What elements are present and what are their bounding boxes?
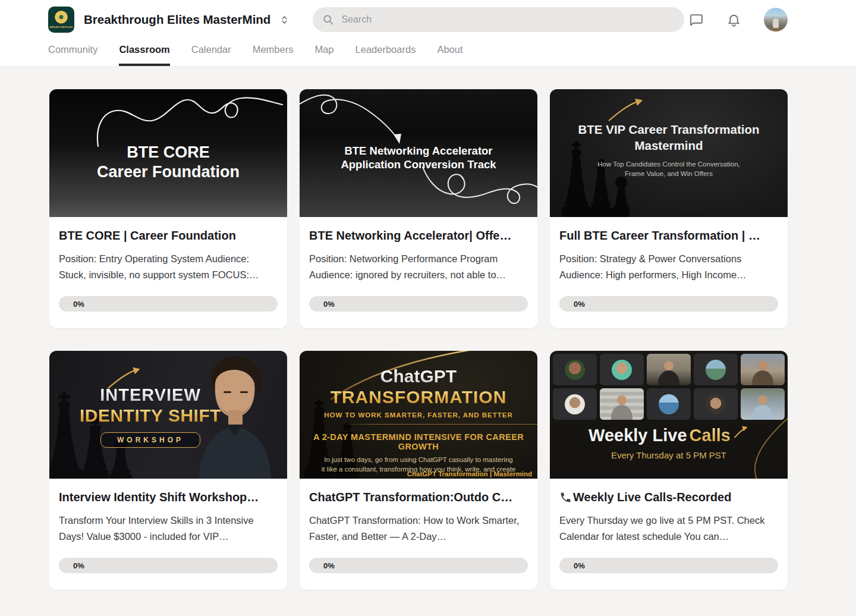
course-description: Position: Networking Performance Program… xyxy=(309,251,528,283)
gold-divider xyxy=(342,424,537,425)
thumbnail-footer: ChatGPT Transformation | Mastermind xyxy=(407,470,532,477)
community-name[interactable]: Breakthrough Elites MasterMind xyxy=(84,12,270,27)
workshop-badge: WORKSHOP xyxy=(100,432,200,448)
course-card-body: BTE CORE | Career Foundation Position: E… xyxy=(49,217,287,328)
participant-avatar xyxy=(706,360,726,380)
community-switcher-chevrons-icon[interactable] xyxy=(279,14,290,26)
course-description: Every Thursday we go live at 5 PM PST. C… xyxy=(559,513,778,545)
course-thumbnail: ChatGPT TRANSFORMATION HOW TO WORK SMART… xyxy=(300,351,537,479)
user-avatar[interactable] xyxy=(764,8,788,32)
chat-icon[interactable] xyxy=(689,12,704,27)
logo-text: BREAKTHROUGH xyxy=(49,26,73,29)
thumbnail-title: BTE Networking Accelerator Application C… xyxy=(300,144,537,171)
course-title: ChatGPT Transformation:Outdo C… xyxy=(309,489,528,505)
participant-avatar xyxy=(612,360,632,380)
participant-tile xyxy=(694,354,738,385)
participant-tile xyxy=(553,388,597,420)
course-title: BTE CORE | Career Foundation xyxy=(59,228,278,243)
course-card-weekly-live-calls[interactable]: Weekly Live Calls Every Thursday at 5 PM… xyxy=(550,351,788,590)
participant-tile xyxy=(600,388,644,420)
participant-avatar xyxy=(565,394,585,414)
progress-label: 0% xyxy=(323,300,335,309)
participant-tile xyxy=(741,388,785,420)
course-description: Position: Entry Operating System Audienc… xyxy=(59,251,278,283)
progress-bar: 0% xyxy=(559,296,778,312)
course-card-body: Weekly Live Calls-Recorded Every Thursda… xyxy=(550,479,788,590)
course-card-body: BTE Networking Accelerator| Offe… Positi… xyxy=(300,217,537,328)
progress-label: 0% xyxy=(323,561,335,570)
course-description: Position: Strategy & Power Conversations… xyxy=(559,251,778,283)
notifications-bell-icon[interactable] xyxy=(726,12,741,27)
app-header: BREAKTHROUGH Breakthrough Elites MasterM… xyxy=(0,0,856,67)
course-title: Weekly Live Calls-Recorded xyxy=(559,489,778,505)
course-thumbnail: BTE Networking Accelerator Application C… xyxy=(300,89,537,217)
search-bar[interactable] xyxy=(313,7,684,32)
tab-about[interactable]: About xyxy=(437,34,462,66)
course-description: ChatGPT Transformation: How to Work Smar… xyxy=(309,513,528,545)
video-call-grid xyxy=(553,354,785,420)
tab-leaderboards[interactable]: Leaderboards xyxy=(355,34,416,66)
course-card-body: Full BTE Career Transformation | … Posit… xyxy=(550,217,788,328)
course-title: Full BTE Career Transformation | … xyxy=(559,228,778,243)
progress-bar: 0% xyxy=(559,558,778,573)
progress-label: 0% xyxy=(73,300,84,309)
tab-map[interactable]: Map xyxy=(314,34,333,66)
participant-avatar xyxy=(659,394,679,414)
progress-bar: 0% xyxy=(309,296,528,312)
course-card-networking-accelerator[interactable]: BTE Networking Accelerator Application C… xyxy=(300,89,537,328)
tab-community[interactable]: Community xyxy=(48,34,97,66)
course-thumbnail: BTE CORE Career Foundation xyxy=(49,89,287,217)
progress-bar: 0% xyxy=(309,558,528,573)
header-actions xyxy=(689,8,788,32)
course-thumbnail: Weekly Live Calls Every Thursday at 5 PM… xyxy=(550,351,788,479)
participant-tile xyxy=(600,354,644,385)
search-input[interactable] xyxy=(341,14,675,25)
thumbnail-text: BTE VIP Career Transformation Mastermind… xyxy=(550,89,788,178)
participant-tile xyxy=(647,354,691,385)
progress-bar: 0% xyxy=(59,296,278,312)
logo-emblem-icon xyxy=(54,11,68,25)
thumbnail-text: INTERVIEW IDENTITY SHIFT WORKSHOP xyxy=(49,385,251,448)
course-grid: BTE CORE Career Foundation BTE CORE | Ca… xyxy=(49,89,856,590)
progress-label: 0% xyxy=(73,561,84,570)
tab-members[interactable]: Members xyxy=(253,34,294,66)
thumbnail-title: BTE CORE Career Foundation xyxy=(49,143,287,182)
course-card-vip-transformation[interactable]: BTE VIP Career Transformation Mastermind… xyxy=(550,89,788,328)
thumbnail-text: ChatGPT TRANSFORMATION HOW TO WORK SMART… xyxy=(300,351,537,479)
main-nav: Community Classroom Calendar Members Map… xyxy=(0,34,856,66)
tab-calendar[interactable]: Calendar xyxy=(191,34,231,66)
top-bar: BREAKTHROUGH Breakthrough Elites MasterM… xyxy=(0,0,856,34)
tab-classroom[interactable]: Classroom xyxy=(119,34,169,66)
progress-bar: 0% xyxy=(59,558,278,573)
phone-receiver-icon xyxy=(559,491,572,504)
search-icon xyxy=(322,14,334,26)
thumbnail-text: Weekly Live Calls Every Thursday at 5 PM… xyxy=(550,426,788,460)
progress-label: 0% xyxy=(574,561,585,570)
course-card-body: ChatGPT Transformation:Outdo C… ChatGPT … xyxy=(300,479,537,590)
progress-label: 0% xyxy=(574,300,585,309)
participant-avatar xyxy=(565,360,585,380)
course-description: Transform Your Interview Skills in 3 Int… xyxy=(59,513,278,545)
community-logo[interactable]: BREAKTHROUGH xyxy=(48,7,74,33)
course-title: BTE Networking Accelerator| Offe… xyxy=(309,228,528,243)
course-card-interview-identity-shift[interactable]: INTERVIEW IDENTITY SHIFT WORKSHOP Interv… xyxy=(49,351,287,590)
participant-tile xyxy=(694,388,738,420)
course-thumbnail: BTE VIP Career Transformation Mastermind… xyxy=(550,89,788,217)
course-card-chatgpt-transformation[interactable]: ChatGPT TRANSFORMATION HOW TO WORK SMART… xyxy=(300,351,537,590)
course-thumbnail: INTERVIEW IDENTITY SHIFT WORKSHOP xyxy=(49,351,287,479)
course-card-bte-core[interactable]: BTE CORE Career Foundation BTE CORE | Ca… xyxy=(49,89,287,328)
participant-tile xyxy=(741,354,785,385)
participant-avatar xyxy=(706,394,726,414)
course-title: Interview Identity Shift Workshop… xyxy=(59,489,278,505)
gold-arrow-icon xyxy=(733,425,749,439)
participant-tile xyxy=(647,388,691,420)
course-card-body: Interview Identity Shift Workshop… Trans… xyxy=(49,479,287,590)
participant-tile xyxy=(553,354,597,385)
